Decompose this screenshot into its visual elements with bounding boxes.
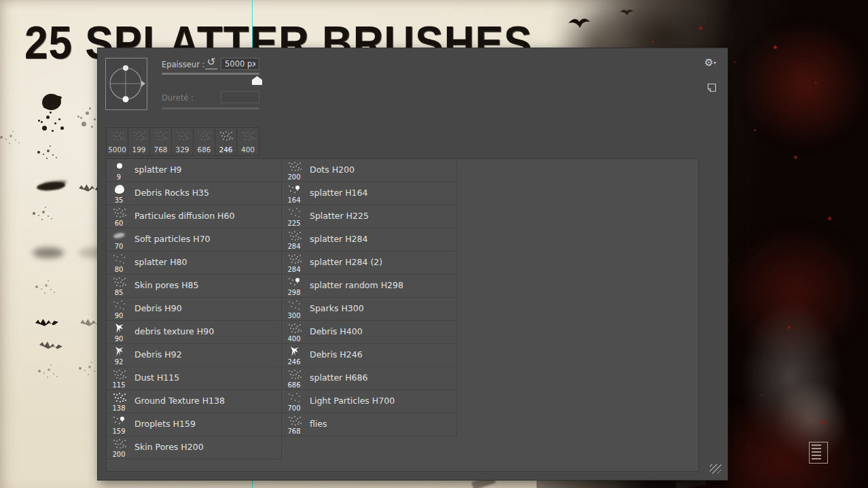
size-slider-handle[interactable]	[252, 76, 262, 85]
brush-preset-panel: Epaisseur : ↺ Dureté : ⚙▾ 50001997683296…	[97, 48, 728, 481]
brush-size: 200	[107, 451, 131, 458]
brush-thumbnail: 35	[107, 182, 132, 205]
brush-name: splatter H9	[134, 159, 182, 181]
brush-size: 400	[237, 145, 259, 154]
brush-name: splatter H284 (2)	[310, 251, 382, 273]
recent-brush-tile[interactable]: 686	[194, 128, 215, 155]
brush-preview-icon	[287, 254, 302, 264]
brush-list-item[interactable]: 686splatter H686	[282, 367, 457, 390]
brush-list-item[interactable]: 9splatter H9	[107, 159, 282, 182]
brush-size: 199	[128, 145, 149, 154]
brush-list-item[interactable]: 200Skin Pores H200	[107, 436, 282, 459]
brush-list-item[interactable]: 90debris texture H90	[107, 321, 282, 344]
brush-list-item[interactable]: 298splatter random H298	[282, 275, 457, 298]
brush-name: debris texture H90	[134, 321, 214, 343]
brush-list-item[interactable]: 70Soft particles H70	[107, 228, 282, 251]
poster-canvas: 25 SPLATTER BRUSHES	[0, 0, 868, 488]
brush-preview-icon	[112, 230, 127, 241]
recent-brush-tile[interactable]: 400	[237, 128, 259, 155]
brush-stroke-preview[interactable]	[105, 58, 147, 110]
brush-thumbnail: 284	[282, 228, 308, 251]
panel-menu-button[interactable]: ⚙▾	[704, 56, 716, 69]
brush-name: flies	[310, 413, 327, 435]
panel-resize-grip[interactable]	[710, 464, 721, 474]
brush-list-item[interactable]: 700Light Particles H700	[282, 390, 457, 413]
brush-name: splatter H284	[310, 228, 367, 250]
brush-name: Light Particles H700	[310, 390, 395, 412]
brush-list-item[interactable]: 300Sparks H300	[282, 298, 457, 321]
brush-name: Skin pores H85	[134, 275, 198, 296]
brush-size: 329	[172, 145, 193, 154]
brush-list-item[interactable]: 225Splatter H225	[282, 205, 457, 228]
hardness-label: Dureté :	[162, 93, 194, 103]
brush-thumbnail: 686	[282, 367, 308, 389]
brush-list-item[interactable]: 80splatter H80	[107, 251, 282, 275]
brush-preview-icon	[112, 438, 127, 449]
splatter-mark	[79, 367, 82, 370]
splatter-mark	[80, 117, 82, 119]
brush-preview-icon	[153, 130, 168, 141]
recent-brush-tile[interactable]: 329	[172, 128, 194, 155]
new-document-icon	[707, 83, 717, 92]
brush-list-item[interactable]: 246Debris H246	[282, 344, 457, 367]
brush-preview-icon	[287, 277, 302, 287]
brush-size: 90	[107, 312, 131, 319]
brush-list-item[interactable]: 284splatter H284 (2)	[282, 251, 457, 275]
brush-list-item[interactable]: 284splatter H284	[282, 228, 457, 251]
brush-thumbnail: 138	[107, 390, 132, 413]
size-slider-track[interactable]	[162, 73, 259, 75]
new-brush-button[interactable]	[707, 82, 717, 95]
brush-name: Ground Texture H138	[134, 390, 225, 412]
recent-brush-tile[interactable]: 199	[128, 128, 150, 155]
brush-size: 686	[194, 145, 215, 154]
brush-preview-icon	[132, 130, 147, 141]
brush-name: splatter H686	[310, 367, 367, 389]
brush-size: 115	[107, 381, 131, 389]
size-input[interactable]	[221, 58, 259, 70]
brush-preview-icon	[110, 130, 125, 141]
recent-brush-tile[interactable]: 768	[150, 128, 172, 155]
brush-list-item[interactable]: 115Dust H115	[107, 367, 282, 390]
brush-thumbnail: 90	[107, 298, 132, 320]
brush-preview-icon	[287, 415, 302, 426]
brush-list-item[interactable]: 92Debris H92	[107, 344, 282, 367]
brush-thumbnail: 400	[282, 321, 308, 343]
brush-thumbnail: 284	[282, 251, 308, 274]
brush-list-item[interactable]: 159Droplets H159	[107, 413, 282, 436]
brush-list-item[interactable]: 164splatter H164	[282, 182, 457, 205]
brush-preview-icon	[219, 130, 234, 141]
brush-name: Debris H400	[310, 321, 363, 343]
brush-thumbnail: 92	[107, 344, 132, 366]
brush-preview-icon	[112, 346, 127, 357]
brush-size: 80	[107, 266, 131, 273]
brush-list-item[interactable]: 60Particules diffusion H60	[107, 205, 282, 228]
brush-size: 284	[282, 243, 306, 250]
recent-brush-tile[interactable]: 5000	[107, 128, 128, 155]
brush-list-item[interactable]: 400Debris H400	[282, 321, 457, 344]
brush-size: 700	[282, 404, 306, 412]
reset-size-button[interactable]: ↺	[205, 56, 217, 69]
brush-preview-icon	[112, 254, 127, 264]
chevron-down-icon: ▾	[713, 60, 716, 66]
brush-thumbnail: 60	[107, 205, 132, 228]
splatter-mark	[0, 136, 3, 139]
brush-list-item[interactable]: 138Ground Texture H138	[107, 390, 282, 413]
brush-name: Debris H246	[310, 344, 363, 366]
brush-list-item[interactable]: 85Skin pores H85	[107, 275, 282, 298]
splatter-mark	[33, 247, 64, 258]
brush-preview-icon	[287, 300, 302, 311]
size-label: Epaisseur :	[162, 60, 204, 69]
brush-preview-icon	[287, 369, 302, 380]
brush-preview-icon	[112, 161, 127, 172]
brush-preview-icon	[240, 130, 255, 141]
brush-thumbnail: 70	[107, 228, 132, 251]
brush-list-item[interactable]: 35Debris Rocks H35	[107, 182, 282, 205]
brush-preview-icon	[112, 392, 127, 403]
brush-list-item[interactable]: 90Debris H90	[107, 298, 282, 321]
brush-thumbnail: 298	[282, 275, 308, 297]
brush-list-item[interactable]: 200Dots H200	[282, 159, 457, 182]
brush-thumbnail: 164	[282, 182, 308, 205]
recent-brush-tile[interactable]: 246	[215, 128, 237, 155]
brush-list-item[interactable]: 768flies	[282, 413, 457, 436]
brush-list[interactable]: 9splatter H935Debris Rocks H3560Particul…	[106, 158, 699, 472]
